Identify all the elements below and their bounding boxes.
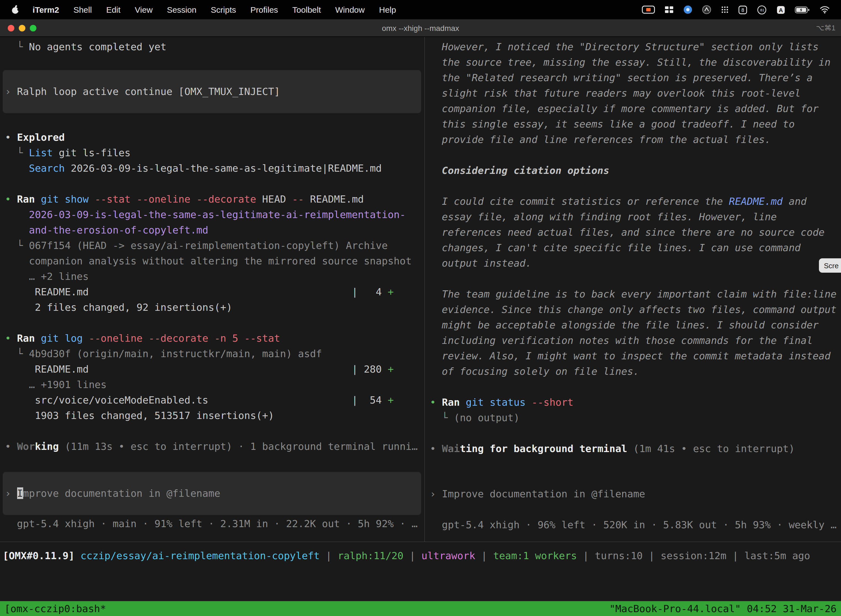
omx-status-line: [OMX#0.11.9] cczip/essay/ai-reimplementa…: [0, 542, 841, 570]
text-segment: [5, 209, 29, 220]
terminal-line: this single essay, it seems like a good …: [430, 116, 841, 132]
text-segment: gpt-5.4 xhigh · 96% left · 520K in · 5.8…: [430, 519, 837, 531]
text-segment: 067f154 (HEAD -> essay/ai-reimplementati…: [29, 239, 388, 251]
terminal-line: README.md | 280 +: [5, 362, 424, 377]
menu-item-iterm2[interactable]: iTerm2: [25, 5, 66, 14]
text-segment: └: [5, 239, 29, 251]
terminal: └ No agents completed yet› Ralph loop ac…: [0, 37, 841, 616]
text-segment: However, I noticed the "Directory Struct…: [430, 41, 819, 53]
menu-item-session[interactable]: Session: [160, 5, 204, 14]
close-button[interactable]: [8, 25, 14, 31]
keypad-label: 8: [741, 7, 744, 13]
text-segment: evidence. Since this change only affects…: [430, 304, 837, 315]
spacer: [430, 502, 841, 517]
text-segment: --: [286, 193, 304, 205]
explored-entry: • Explored: [5, 130, 424, 145]
terminal-line: 2 files changed, 92 insertions(+): [5, 300, 424, 315]
prompt-input-line[interactable]: › Improve documentation in @filename: [5, 486, 417, 501]
text-segment: README.md | 280: [5, 363, 388, 375]
menu-item-shell[interactable]: Shell: [66, 5, 99, 14]
menu-item-scripts[interactable]: Scripts: [204, 5, 243, 14]
blue-app-icon[interactable]: [683, 5, 693, 14]
text-segment: and: [783, 195, 807, 207]
terminal-line: src/voice/voiceModeEnabled.ts | 54 +: [5, 392, 424, 408]
left-pane: └ No agents completed yet› Ralph loop ac…: [0, 37, 424, 541]
text-segment: 4b9d30f (origin/main, instructkr/main, m…: [29, 348, 322, 359]
keypad-icon[interactable]: 8: [738, 5, 747, 14]
apple-menu[interactable]: [7, 4, 25, 15]
text-segment: references need actual files, and since …: [430, 226, 825, 238]
screen-overlay-button[interactable]: Scre: [819, 258, 841, 273]
screen-recording-stop-icon[interactable]: [642, 6, 655, 14]
menu-item-window[interactable]: Window: [328, 5, 372, 14]
menu-item-toolbelt[interactable]: Toolbelt: [285, 5, 328, 14]
dark-app-icon[interactable]: [702, 5, 711, 14]
spacer: [5, 454, 424, 472]
text-segment: git ls-files: [53, 147, 130, 158]
dot-grid-icon[interactable]: [721, 6, 729, 14]
minimize-button[interactable]: [19, 25, 25, 31]
text-segment: last:5m ago: [744, 550, 810, 561]
text-segment: [35, 332, 41, 344]
spacer: [5, 176, 424, 192]
text-segment: ›: [430, 488, 442, 500]
text-segment: output instead.: [430, 257, 532, 269]
text-segment: [5, 224, 29, 236]
title-bar: omx --xhigh --madmax ⌥⌘1: [0, 19, 841, 37]
text-segment: turns:10: [595, 550, 643, 561]
gauge-icon[interactable]: .61: [757, 5, 767, 15]
text-segment: •: [430, 443, 442, 454]
text-segment: +: [388, 286, 394, 298]
wifi-icon[interactable]: [819, 6, 830, 14]
right-pane: However, I noticed the "Directory Struct…: [425, 37, 841, 541]
spacer: [430, 178, 841, 194]
spacer: [5, 113, 424, 130]
spacer: [5, 55, 424, 70]
input-source-icon[interactable]: A: [777, 5, 785, 14]
terminal-line: └ List git ls-files: [5, 145, 424, 161]
text-segment: this single essay, it seems like a good …: [430, 118, 795, 130]
text-segment: Wai: [442, 443, 460, 454]
prompt-input[interactable]: › Improve documentation in @filename: [3, 472, 421, 515]
spacer: [430, 147, 841, 163]
terminal-line: evidence. Since this change only affects…: [430, 302, 841, 317]
text-segment: --oneline --decorate -n 5 --stat: [83, 332, 280, 344]
menu-item-help[interactable]: Help: [372, 5, 403, 14]
text-segment: mprove documentation in @filename: [23, 487, 220, 499]
text-segment: |: [403, 550, 421, 561]
terminal-line: › Ralph loop active continue [OMX_TMUX_I…: [5, 84, 417, 99]
screen: iTerm2 Shell Edit View Session Scripts P…: [0, 0, 841, 616]
prompt-input-line[interactable]: › Improve documentation in @filename: [430, 486, 841, 502]
tmux-status-bar: [omx-cczip0:bash* "MacBook-Pro-44.local"…: [0, 601, 841, 616]
omx-session-status: [OMX#0.11.9] cczip/essay/ai-reimplementa…: [3, 548, 841, 563]
text-segment: Ran: [17, 193, 35, 205]
window-grid-icon[interactable]: [664, 6, 674, 14]
text-segment: •: [430, 396, 442, 408]
terminal-line: companion file, especially if more comme…: [430, 101, 841, 116]
text-segment: |: [643, 550, 661, 561]
text-segment: [35, 193, 41, 205]
terminal-line: Search 2026-03-09-is-legal-the-same-as-l…: [5, 161, 424, 176]
text-segment: |: [320, 550, 338, 561]
terminal-line: and-the-erosion-of-copyleft.md: [5, 223, 424, 238]
bottom-spacer: [0, 570, 841, 601]
menu-item-view[interactable]: View: [128, 5, 160, 14]
menu-item-edit[interactable]: Edit: [99, 5, 128, 14]
text-segment: |: [475, 550, 493, 561]
battery-icon[interactable]: [795, 6, 810, 13]
text-segment: └: [5, 41, 29, 53]
terminal-line: 2026-03-09-is-legal-the-same-as-legitima…: [5, 207, 424, 223]
text-segment: cczip/essay/ai-reimplementation-copyleft: [81, 550, 320, 561]
terminal-line: review. Also, I might want to inspect th…: [430, 348, 841, 364]
ralph-loop-banner: › Ralph loop active continue [OMX_TMUX_I…: [3, 70, 421, 113]
text-segment: --short: [526, 396, 573, 408]
menu-item-profiles[interactable]: Profiles: [243, 5, 285, 14]
zoom-button[interactable]: [30, 25, 37, 31]
text-segment: Ralph loop active continue [OMX_TMUX_INJ…: [17, 85, 280, 97]
text-segment: +: [388, 394, 394, 406]
menu-bar: iTerm2 Shell Edit View Session Scripts P…: [0, 0, 841, 19]
terminal-line: output instead.: [430, 255, 841, 271]
terminal-line: the "Related research writing" section i…: [430, 70, 841, 85]
text-segment: README.md: [729, 195, 783, 207]
text-segment: No agents completed yet: [29, 41, 167, 53]
